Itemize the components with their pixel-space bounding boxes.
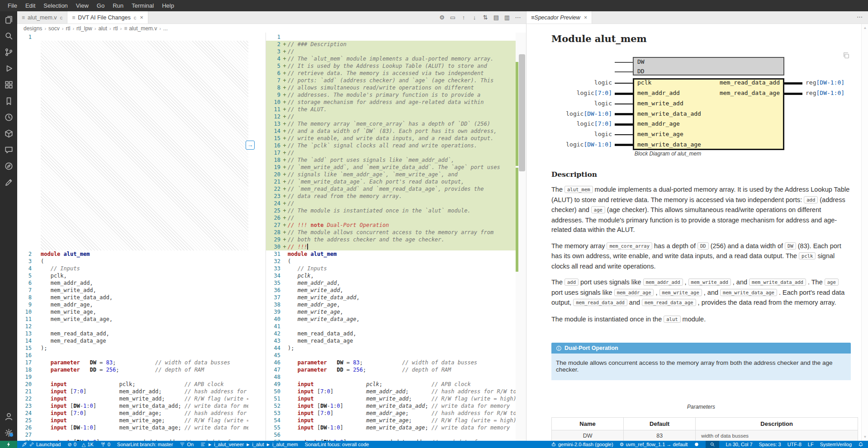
copy-icon[interactable] xyxy=(842,52,850,61)
prev-change-icon[interactable]: ↑ xyxy=(459,14,468,21)
status-item[interactable]: ⊘0△1K xyxy=(67,442,93,448)
breadcrumb-item[interactable]: designs xyxy=(24,25,42,32)
breadcrumb-item[interactable]: alut xyxy=(98,25,107,32)
diff-overview-ruler[interactable] xyxy=(516,33,526,441)
tab-specador-preview[interactable]: ≡ Specador Preview × xyxy=(526,11,592,24)
code-line[interactable]: 16 xyxy=(17,352,248,359)
code-line[interactable]: 42 mem_read_data_add, xyxy=(266,330,516,337)
code-line[interactable]: 35 mem_addr_add, xyxy=(266,279,516,287)
diff-pane-modified[interactable]: 12+// ### Description3+//4+// The `alut_… xyxy=(266,33,516,441)
code-line[interactable]: 5+// It is used by the Address Lookup Ta… xyxy=(266,62,516,70)
code-line[interactable]: 13 mem_read_data_add, xyxy=(17,330,248,337)
code-line[interactable]: 37 mem_write_data_add, xyxy=(266,294,516,301)
status-item[interactable]: SonarLint focus: overall code xyxy=(305,442,369,447)
code-line[interactable]: 47 parameter DD = 256; // depth of RAM xyxy=(266,366,516,373)
menu-edit[interactable]: Edit xyxy=(21,0,39,11)
code-line[interactable]: 14+// and a data width of `DW` (83). Eac… xyxy=(266,127,516,135)
code-line[interactable]: 48 xyxy=(266,373,516,381)
menu-file[interactable]: File xyxy=(4,0,21,11)
code-line[interactable]: 6+// retrieve data. The memory is access… xyxy=(266,70,516,77)
code-line[interactable]: 8+// allows simultaneous read/write oper… xyxy=(266,84,516,91)
status-item[interactable]: 0 xyxy=(100,442,110,447)
code-line[interactable]: 23+// data read from the memory array. xyxy=(266,193,516,200)
activity-settings-gear-icon[interactable] xyxy=(0,424,17,441)
menu-go[interactable]: Go xyxy=(93,0,109,11)
code-line[interactable]: 27 xyxy=(17,431,248,439)
scroll-up-icon[interactable]: ▲ xyxy=(862,26,868,30)
activity-comments-icon[interactable] xyxy=(0,141,17,158)
code-line[interactable]: 25 input mem_write_age; // R/W flag (wri… xyxy=(17,417,248,424)
code-line[interactable]: 11 mem_write_data_age, xyxy=(17,316,248,323)
code-line[interactable]: 1 xyxy=(17,33,248,41)
status-item[interactable]: ⚙uvm_ref_flow_1.1 → default xyxy=(620,442,688,448)
activity-edit-icon[interactable] xyxy=(0,174,17,190)
more-actions-icon[interactable]: ⋯ xyxy=(857,11,868,24)
code-line[interactable]: 10+// storage mechanism for address and … xyxy=(266,99,516,106)
status-item[interactable]: gemini-2.0-flash (google) xyxy=(551,442,613,447)
code-line[interactable]: 36 mem_write_add, xyxy=(266,287,516,294)
code-line[interactable]: 27+// !!! note Dual-Port Operation xyxy=(266,222,516,229)
menu-run[interactable]: Run xyxy=(109,0,128,11)
code-line[interactable]: 34 pclk, xyxy=(266,272,516,279)
code-line[interactable]: 15); xyxy=(17,344,248,352)
code-line[interactable]: 55 input [DW-1:0] mem_write_data_age; //… xyxy=(266,424,516,431)
diff-pane-original[interactable]: 12module alut_mem3(4 // Inputs5 pclk,6 m… xyxy=(17,33,248,441)
status-item[interactable]: Launchpad xyxy=(22,442,61,447)
code-line[interactable]: 10 mem_write_age, xyxy=(17,308,248,316)
code-line[interactable]: 9+// addresses. The module's primary fun… xyxy=(266,91,516,99)
status-item[interactable] xyxy=(706,441,719,448)
code-line[interactable]: 1 xyxy=(266,33,516,41)
code-line[interactable]: 4 // Inputs xyxy=(17,265,248,272)
code-line[interactable]: 22+// `mem_read_data_add` and `mem_read_… xyxy=(266,185,516,193)
activity-source-control-icon[interactable] xyxy=(0,44,17,60)
code-line[interactable]: 7 mem_write_add, xyxy=(17,287,248,294)
activity-bookmarks-icon[interactable] xyxy=(0,93,17,109)
activity-compass-icon[interactable] xyxy=(0,158,17,174)
code-line[interactable]: 31module alut_mem xyxy=(266,250,516,258)
code-line[interactable]: 46 parameter DW = 83; // width of data b… xyxy=(266,359,516,366)
code-line[interactable]: 54 input mem_write_age; // R/W flag (wri… xyxy=(266,417,516,424)
code-line[interactable]: 32( xyxy=(266,258,516,265)
code-line[interactable]: 51 input mem_write_add; // R/W flag (wri… xyxy=(266,395,516,402)
code-line[interactable]: 28+// The module allows concurrent acces… xyxy=(266,229,516,236)
breadcrumb-item[interactable]: ... xyxy=(163,25,168,32)
status-item[interactable] xyxy=(858,442,863,447)
code-line[interactable]: 7+// ports: `add` (address checker) and … xyxy=(266,77,516,84)
split-editor-icon[interactable]: ▥ xyxy=(503,14,512,21)
code-line[interactable]: 30+// !!! xyxy=(266,243,516,250)
menu-terminal[interactable]: Terminal xyxy=(128,0,158,11)
code-line[interactable]: 25+// The module is instantiated once in… xyxy=(266,207,516,214)
next-change-icon[interactable]: ↓ xyxy=(470,14,479,21)
code-line[interactable]: 11+// the ALUT. xyxy=(266,106,516,113)
code-line[interactable]: 20+// signals like `mem_addr_age`, `mem_… xyxy=(266,171,516,178)
code-line[interactable]: 12 xyxy=(17,323,248,330)
code-line[interactable]: 24+// xyxy=(266,200,516,207)
breadcrumb-item[interactable]: rtl xyxy=(66,25,70,32)
scroll-down-icon[interactable]: ▼ xyxy=(862,435,868,439)
activity-account-icon[interactable] xyxy=(0,408,17,424)
code-line[interactable]: 2+// ### Description xyxy=(266,41,516,48)
breadcrumb-item[interactable]: socv xyxy=(48,25,60,32)
code-line[interactable]: 12+// xyxy=(266,113,516,120)
preview-scrollbar[interactable]: ▲ ▼ xyxy=(861,24,868,441)
activity-search-icon[interactable] xyxy=(0,28,17,44)
tab-dvt-ai-file-changes[interactable]: ≡ DVT AI File Changes c × xyxy=(67,11,148,24)
status-item[interactable] xyxy=(694,442,699,447)
code-line[interactable]: 18 parameter DD = 256; // depth of RAM xyxy=(17,366,248,373)
status-item[interactable]: LF xyxy=(808,442,814,447)
code-line[interactable]: 29+// both the address checker and the a… xyxy=(266,236,516,243)
code-line[interactable]: 3+// xyxy=(266,48,516,55)
code-line[interactable]: 9 mem_addr_age, xyxy=(17,301,248,308)
code-line[interactable]: 41 xyxy=(266,323,516,330)
status-item[interactable]: SonarLint branch: master xyxy=(117,442,173,447)
map-icon[interactable]: ▤ xyxy=(492,14,501,21)
activity-extensions-icon[interactable] xyxy=(0,76,17,93)
code-line[interactable]: 19 xyxy=(17,373,248,381)
code-line[interactable]: 53 input [7:0] mem_addr_age; // hash add… xyxy=(266,410,516,417)
status-item[interactable]: ▶i_alut_veneer▶i_alut▶i_alut_mem xyxy=(200,442,298,447)
swap-icon[interactable]: ⇅ xyxy=(481,14,490,21)
code-line[interactable]: 21 input [7:0] mem_addr_add; // hash add… xyxy=(17,388,248,395)
code-line[interactable]: 13+// The memory array `mem_core_array` … xyxy=(266,120,516,127)
gear-icon[interactable]: ⚙ xyxy=(437,14,446,21)
revert-change-button[interactable]: → xyxy=(246,141,255,150)
